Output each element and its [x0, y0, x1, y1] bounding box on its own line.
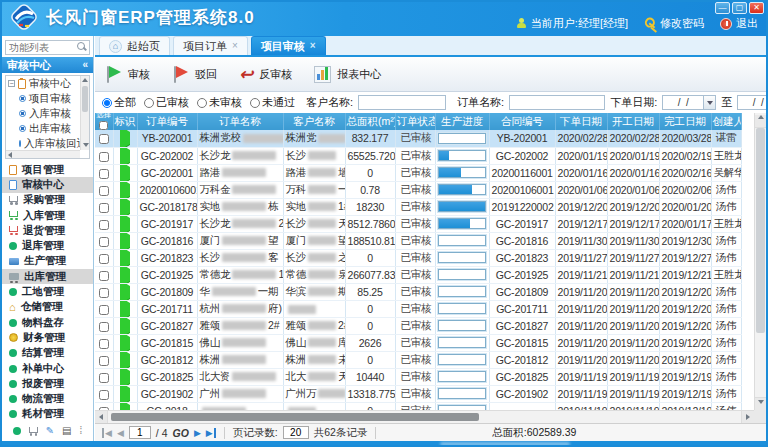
column-header-3[interactable]: 订单名称 — [197, 113, 283, 130]
tree-vertical-scrollbar[interactable] — [80, 76, 89, 150]
table-row[interactable]: GC-201812株洲株洲未来0已审核GC-2018122019/11/2020… — [95, 351, 741, 368]
column-header-7[interactable]: 生产进度 — [435, 113, 489, 130]
order-date-input[interactable] — [662, 95, 704, 110]
tab-project-orders[interactable]: 项目订单× — [173, 36, 248, 55]
scroll-thumb[interactable] — [111, 413, 479, 421]
report-center-button[interactable]: 报表中心 — [314, 66, 381, 83]
sidebar-item-return-store-mgmt[interactable]: 退库管理 — [2, 238, 93, 253]
radio-input[interactable] — [197, 98, 207, 108]
sidebar-item-finance-mgmt[interactable]: 财务管理 — [2, 330, 93, 345]
radio-1[interactable]: 已审核 — [144, 95, 189, 110]
table-horizontal-scrollbar[interactable] — [95, 410, 754, 423]
tree-horizontal-scrollbar[interactable] — [6, 150, 80, 158]
table-row[interactable]: GC-201917长沙龙2#长沙天..8512.78600..已审核GC-201… — [95, 215, 741, 232]
column-header-11[interactable]: 完工日期 — [659, 113, 711, 130]
table-row[interactable]: GC-20180已审核2019/11/192019/11/192019/12/1… — [95, 402, 741, 410]
more-icon[interactable]: ⁞ — [80, 426, 83, 436]
sidebar-item-consumables-mgmt[interactable]: 耗材管理 — [2, 407, 93, 421]
table-row[interactable]: GC-2018178实地栋实地1#..18230已审核2019122000220… — [95, 198, 741, 215]
scroll-thumb[interactable] — [82, 86, 88, 112]
page-size-input[interactable] — [283, 426, 309, 439]
last-page-button[interactable]: ▶ — [206, 428, 216, 438]
book-icon[interactable]: ▤ — [62, 426, 71, 436]
column-header-4[interactable]: 客户名称 — [283, 113, 345, 130]
row-checkbox[interactable] — [99, 339, 109, 349]
tree-item-outbound-audit[interactable]: 出库审核 — [6, 121, 80, 136]
row-checkbox[interactable] — [99, 271, 109, 281]
table-row[interactable]: GC-201711杭州府)0已审核GC-2017112019/11/202019… — [95, 300, 741, 317]
table-row[interactable]: GC-201823长沙客长沙之..0已审核GC-2018232019/11/27… — [95, 249, 741, 266]
maximize-button[interactable]: ▢ — [732, 2, 747, 14]
sidebar-item-inbound-mgmt[interactable]: 入库管理 — [2, 208, 93, 223]
column-header-9[interactable]: 下单日期 — [555, 113, 607, 130]
tab-home[interactable]: ⌂起始页 — [99, 36, 170, 55]
column-header-2[interactable]: 订单编号 — [137, 113, 197, 130]
unapprove-button[interactable]: ↩反审核 — [239, 66, 292, 83]
next-page-button[interactable]: ▶ — [194, 428, 201, 438]
close-icon[interactable]: × — [232, 41, 238, 51]
tree-item-inbound-audit-rollback[interactable]: 入库审核回退 — [6, 136, 80, 150]
tree-item-inbound-audit[interactable]: 入库审核 — [6, 106, 80, 121]
go-button[interactable]: GO — [173, 427, 189, 439]
row-checkbox[interactable] — [99, 152, 109, 162]
page-number-input[interactable] — [129, 426, 151, 439]
table-row[interactable]: GC-201815佛山佛山库2626已审核GC-2018152019/11/20… — [95, 334, 741, 351]
sidebar-item-production-mgmt[interactable]: 生产管理 — [2, 254, 93, 269]
close-button[interactable]: ✕ — [749, 2, 764, 14]
dot-icon[interactable] — [13, 427, 21, 435]
row-checkbox[interactable] — [99, 356, 109, 366]
collapse-icon[interactable]: « — [82, 57, 88, 73]
radio-input[interactable] — [250, 98, 260, 108]
table-row[interactable]: GC-201925常德龙10常德泉..266077.835..已审核GC-201… — [95, 266, 741, 283]
pen-icon[interactable]: ✎ — [46, 426, 54, 436]
sidebar-item-outbound-mgmt[interactable]: 出库管理 — [2, 269, 93, 284]
approve-button[interactable]: 审核 — [105, 65, 150, 84]
row-checkbox[interactable] — [99, 220, 109, 230]
sidebar-item-return-goods-mgmt[interactable]: 退货管理 — [2, 223, 93, 238]
column-header-10[interactable]: 开工日期 — [607, 113, 659, 130]
row-checkbox[interactable] — [99, 254, 109, 264]
sidebar-item-warehouse-mgmt[interactable]: ⌂仓储管理 — [2, 300, 93, 315]
sidebar-item-project-mgmt[interactable]: 项目管理 — [2, 162, 93, 177]
sidebar-item-settlement-mgmt[interactable]: 结算管理 — [2, 346, 93, 361]
radio-3[interactable]: 未通过 — [250, 95, 295, 110]
row-checkbox[interactable] — [99, 169, 109, 179]
logout-button[interactable]: 退出 — [720, 16, 758, 31]
column-header-8[interactable]: 合同编号 — [489, 113, 555, 130]
row-checkbox[interactable] — [99, 390, 109, 400]
calendar-dropdown-button[interactable] — [704, 95, 716, 110]
column-header-5[interactable]: 总面积(m²) — [345, 113, 395, 130]
table-row[interactable]: GC-201902广州广州万森林13318.775已审核GC-201902201… — [95, 385, 741, 402]
column-header-0[interactable]: 选择 — [95, 113, 113, 130]
scroll-down-button[interactable] — [755, 397, 766, 410]
order-name-input[interactable] — [509, 95, 605, 110]
row-checkbox[interactable] — [99, 186, 109, 196]
sidebar-item-purchase-mgmt[interactable]: 采购管理 — [2, 193, 93, 208]
column-header-6[interactable]: 订单状态 — [395, 113, 435, 130]
radio-input[interactable] — [144, 98, 154, 108]
scroll-thumb[interactable] — [756, 128, 765, 333]
sidebar-item-supplement-center[interactable]: 补单中心 — [2, 361, 93, 376]
column-header-12[interactable]: 创建人 — [711, 113, 741, 130]
row-checkbox[interactable] — [99, 288, 109, 298]
radio-0[interactable]: 全部 — [102, 95, 136, 110]
reject-button[interactable]: 驳回 — [172, 65, 217, 84]
row-checkbox[interactable] — [99, 134, 109, 144]
table-row[interactable]: GC-201816厦门望厦门望188510.818已审核GC-201816201… — [95, 232, 741, 249]
table-row[interactable]: GC-202001路港路港墙0已审核202001160012020/01/162… — [95, 164, 741, 181]
order-date-to-input[interactable] — [737, 95, 766, 110]
sidebar-panel-header[interactable]: 审核中心 « — [2, 57, 93, 73]
radio-input[interactable] — [102, 98, 112, 108]
first-page-button[interactable]: ◀ — [102, 428, 112, 438]
radio-2[interactable]: 未审核 — [197, 95, 242, 110]
row-checkbox[interactable] — [99, 322, 109, 332]
row-checkbox[interactable] — [99, 373, 109, 383]
select-all-checkbox[interactable] — [99, 121, 108, 130]
sidebar-item-audit-center[interactable]: 审核中心 — [2, 177, 93, 192]
table-row[interactable]: 20200106001万科金万科一期0.78已审核202001060012020… — [95, 181, 741, 198]
tab-project-audit[interactable]: 项目审核× — [251, 36, 326, 55]
table-row[interactable]: GC-202002长沙龙长沙65525.7200..已审核GC-20200220… — [95, 147, 741, 164]
sidebar-item-scrap-mgmt[interactable]: 报废管理 — [2, 376, 93, 391]
change-password-button[interactable]: 修改密码 — [644, 16, 704, 31]
sidebar-item-site-mgmt[interactable]: 工地管理 — [2, 284, 93, 299]
